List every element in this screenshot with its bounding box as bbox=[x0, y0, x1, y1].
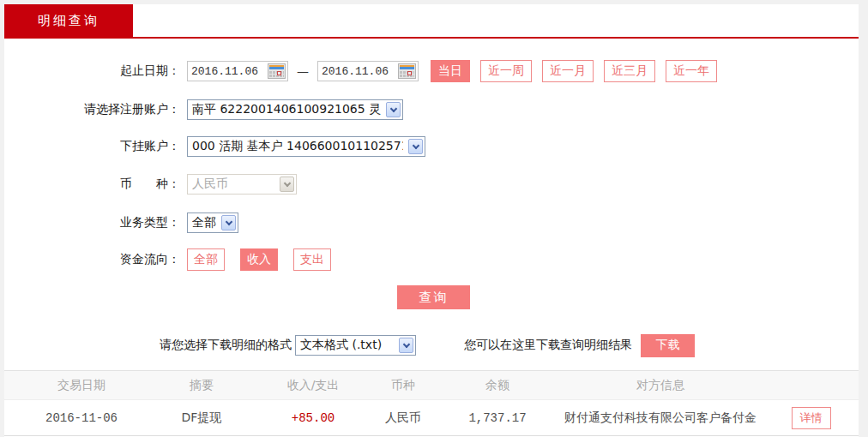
registered-account-select[interactable]: 南平 6222001406100921065 灵通卡 bbox=[187, 99, 403, 120]
cell-trade-date: 2016-11-06 bbox=[17, 411, 146, 425]
start-date-input[interactable] bbox=[188, 65, 262, 78]
cell-summary: DF提现 bbox=[146, 410, 257, 426]
date-separator: — bbox=[297, 64, 309, 78]
date-range-row: 起止日期： — 当日 近一周 近一月 近三月 近一年 bbox=[4, 59, 859, 83]
query-button[interactable]: 查询 bbox=[397, 285, 470, 309]
business-type-select[interactable]: 全部 bbox=[187, 213, 238, 233]
currency-row: 币 种： 人民币 bbox=[4, 172, 859, 196]
quick-range-today-button[interactable]: 当日 bbox=[431, 60, 470, 82]
download-format-select[interactable]: 文本格式 (.txt) bbox=[295, 335, 416, 356]
download-row: 请您选择下载明细的格式 文本格式 (.txt) 您可以在这里下载查询明细结果 下… bbox=[4, 333, 859, 357]
fund-flow-row: 资金流向： 全部 收入 支出 bbox=[4, 248, 859, 272]
quick-range-month-button[interactable]: 近一月 bbox=[542, 60, 594, 82]
chevron-down-icon[interactable] bbox=[408, 139, 423, 154]
currency-select: 人民币 bbox=[187, 174, 297, 195]
table-row: 2016-11-06 DF提现 +85.00 人民币 1,737.17 财付通支… bbox=[4, 401, 859, 436]
fund-flow-expense-button[interactable]: 支出 bbox=[293, 248, 331, 271]
end-date-field[interactable] bbox=[317, 61, 419, 81]
date-range-label: 起止日期： bbox=[4, 63, 180, 79]
sub-account-label: 下挂账户： bbox=[4, 139, 180, 154]
header-currency: 币种 bbox=[369, 378, 437, 393]
business-type-row: 业务类型： 全部 bbox=[4, 211, 859, 235]
cell-amount: +85.00 bbox=[257, 411, 369, 425]
header-balance: 余额 bbox=[437, 378, 558, 393]
business-type-label: 业务类型： bbox=[4, 215, 180, 230]
currency-value: 人民币 bbox=[192, 177, 228, 192]
registered-account-label: 请选择注册账户： bbox=[4, 102, 180, 117]
chevron-down-icon[interactable] bbox=[221, 215, 236, 230]
sub-account-value: 000 活期 基本户 1406600101102571848 bbox=[192, 139, 403, 154]
quick-range-year-button[interactable]: 近一年 bbox=[666, 60, 717, 82]
quick-range-quarter-button[interactable]: 近三月 bbox=[604, 60, 655, 82]
chevron-down-icon[interactable] bbox=[386, 102, 401, 117]
download-format-value: 文本格式 (.txt) bbox=[300, 338, 382, 353]
page: 明细查询 起止日期： — 当日 近一周 近一月 近三月 近一年 bbox=[0, 0, 868, 437]
tab-detail-query[interactable]: 明细查询 bbox=[4, 4, 133, 37]
quick-range-week-button[interactable]: 近一周 bbox=[480, 60, 532, 82]
download-format-label: 请您选择下载明细的格式 bbox=[160, 338, 292, 353]
tab-divider-line bbox=[4, 37, 859, 39]
header-income-expense: 收入/支出 bbox=[257, 378, 369, 393]
sub-account-select[interactable]: 000 活期 基本户 1406600101102571848 bbox=[187, 136, 425, 157]
sub-account-row: 下挂账户： 000 活期 基本户 1406600101102571848 bbox=[4, 135, 859, 159]
start-date-field[interactable] bbox=[187, 61, 288, 81]
end-date-input[interactable] bbox=[318, 65, 392, 78]
content-panel: 明细查询 起止日期： — 当日 近一周 近一月 近三月 近一年 bbox=[4, 4, 859, 437]
header-counterparty: 对方信息 bbox=[558, 378, 763, 393]
table-header-row: 交易日期 摘要 收入/支出 币种 余额 对方信息 bbox=[4, 370, 859, 400]
registered-account-row: 请选择注册账户： 南平 6222001406100921065 灵通卡 bbox=[4, 98, 859, 122]
cell-currency: 人民币 bbox=[369, 410, 437, 426]
business-type-value: 全部 bbox=[192, 215, 216, 230]
detail-button[interactable]: 详情 bbox=[792, 407, 831, 429]
cell-counterparty: 财付通支付科技有限公司客户备付金 bbox=[558, 410, 763, 426]
chevron-down-icon[interactable] bbox=[399, 338, 413, 353]
calendar-icon[interactable] bbox=[398, 63, 416, 79]
download-button[interactable]: 下载 bbox=[641, 334, 695, 357]
currency-label: 币 种： bbox=[4, 177, 180, 192]
registered-account-value: 南平 6222001406100921065 灵通卡 bbox=[192, 102, 381, 117]
header-trade-date: 交易日期 bbox=[17, 378, 146, 393]
calendar-icon[interactable] bbox=[268, 63, 286, 79]
download-hint: 您可以在这里下载查询明细结果 bbox=[464, 338, 632, 353]
cell-balance: 1,737.17 bbox=[437, 411, 558, 425]
fund-flow-label: 资金流向： bbox=[4, 252, 180, 267]
fund-flow-all-button[interactable]: 全部 bbox=[187, 248, 225, 271]
fund-flow-income-button[interactable]: 收入 bbox=[240, 248, 278, 271]
header-summary: 摘要 bbox=[146, 378, 257, 393]
chevron-down-icon bbox=[280, 177, 294, 192]
